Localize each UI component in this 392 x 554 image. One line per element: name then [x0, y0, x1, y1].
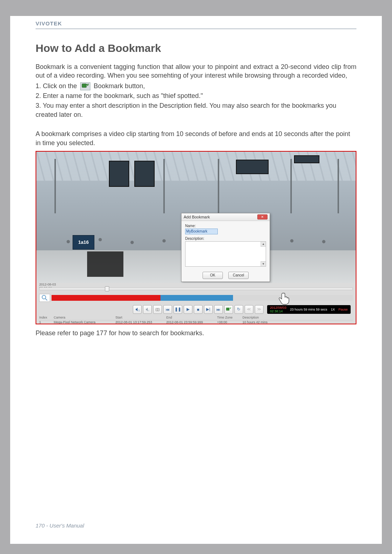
- next-frame-icon[interactable]: ▶|: [204, 305, 213, 314]
- intro-paragraph: Bookmark is a convenient tagging functio…: [36, 62, 356, 80]
- page-header: VIVOTEK: [10, 16, 382, 31]
- footnote: Please refer to page 177 for how to sear…: [36, 329, 356, 337]
- slower-icon[interactable]: ≪: [245, 305, 253, 314]
- volume-1-icon[interactable]: 1: [133, 305, 142, 314]
- pillar-decor: [54, 159, 56, 213]
- page-frame-right: [382, 0, 392, 554]
- svg-line-2: [45, 299, 47, 300]
- th-camera: Camera: [54, 316, 115, 319]
- page-title: How to Add a Bookmark: [36, 42, 356, 54]
- close-button[interactable]: ✕: [257, 214, 268, 219]
- step-1b-text: Bookmark button,: [94, 82, 145, 90]
- td-index: 1: [39, 320, 54, 324]
- play-icon[interactable]: ▶: [184, 305, 192, 314]
- content: How to Add a Bookmark Bookmark is a conv…: [10, 31, 382, 337]
- faster-icon[interactable]: ≫: [255, 305, 264, 314]
- osd-speed: 1X: [331, 308, 335, 311]
- gate-sign-text: 1a16: [78, 239, 89, 245]
- step-1: 1. Click on the Bookmark button,: [36, 82, 356, 91]
- description-input[interactable]: ▲ ▼: [185, 241, 266, 267]
- recording-segment-empty: [233, 295, 353, 301]
- dialog-buttons: OK Cancel: [181, 269, 270, 282]
- svg-text:II: II: [148, 309, 150, 312]
- ok-button[interactable]: OK: [203, 272, 223, 279]
- video-frame: 1a16 Add Bookmark ✕ Name: Description: ▲: [36, 152, 356, 283]
- bookmark-button[interactable]: [224, 305, 233, 314]
- svg-point-1: [42, 295, 46, 299]
- poster-decor: [109, 161, 129, 187]
- svg-text:1: 1: [138, 309, 140, 312]
- after-steps-paragraph: A bookmark comprises a video clip starti…: [36, 130, 356, 147]
- osd-elapsed: 02:38:14: [270, 309, 283, 313]
- name-input[interactable]: [185, 229, 218, 234]
- brand-label: VIVOTEK: [36, 20, 356, 26]
- steps-block: 1. Click on the Bookmark button, 2. Ente…: [36, 82, 356, 120]
- cancel-button[interactable]: Cancel: [228, 272, 249, 279]
- recording-bar: [39, 294, 353, 302]
- td-description: 10 hours 42 mins: [242, 320, 353, 324]
- recording-segment-blue[interactable]: [160, 295, 233, 301]
- dialog-titlebar: Add Bookmark ✕: [181, 213, 270, 221]
- td-start: 2012-08-01 13:17:59.253: [115, 320, 166, 324]
- info-panel-decor: [87, 251, 123, 277]
- th-timezone: Time Zone: [217, 316, 242, 319]
- svg-rect-0: [82, 84, 86, 87]
- recording-segment-red[interactable]: [52, 295, 160, 301]
- dialog-title-text: Add Bookmark: [184, 215, 210, 219]
- scroll-up-icon[interactable]: ▲: [261, 242, 266, 247]
- clip-table: Index Camera Start End Time Zone Descrip…: [39, 316, 353, 324]
- loop-icon[interactable]: ↻: [234, 305, 243, 314]
- name-label: Name:: [185, 224, 266, 228]
- hand-cursor-icon: [278, 291, 292, 305]
- poster-decor: [134, 161, 155, 187]
- stop-icon[interactable]: ■: [194, 305, 203, 314]
- poster-decor: [294, 155, 319, 163]
- volume-all-icon[interactable]: II: [143, 305, 152, 314]
- skip-start-icon[interactable]: ⏮: [163, 305, 172, 314]
- add-bookmark-dialog: Add Bookmark ✕ Name: Description: ▲ ▼ OK: [181, 213, 270, 282]
- th-end: End: [166, 316, 217, 319]
- step-1a-text: 1. Click on the: [36, 82, 77, 90]
- pillar-decor: [163, 159, 165, 213]
- pause-icon[interactable]: ❚❚: [173, 305, 182, 314]
- snapshot-icon[interactable]: [153, 305, 162, 314]
- th-description: Description: [242, 316, 353, 319]
- table-header: Index Camera Start End Time Zone Descrip…: [39, 316, 353, 320]
- th-index: Index: [39, 316, 54, 319]
- th-start: Start: [115, 316, 166, 319]
- osd-state: Pause: [338, 308, 348, 311]
- td-camera: Mega-Pixel Network Camera: [54, 320, 115, 324]
- dialog-body: Name: Description: ▲ ▼: [181, 221, 270, 269]
- osd-duration: 23 hours 59 mins 59 secs: [290, 308, 327, 311]
- page-frame-left: [0, 0, 10, 554]
- poster-decor: [236, 160, 269, 174]
- page-footer: 170 - User's Manual: [10, 522, 382, 529]
- zoom-tool-icon[interactable]: [39, 294, 50, 302]
- osd-date: 2012/08/03: [270, 306, 286, 309]
- timeline-track[interactable]: [39, 287, 353, 290]
- step-3: 3. You may enter a short description in …: [36, 101, 356, 119]
- footer-text: 170 - User's Manual: [36, 522, 84, 529]
- scroll-down-icon[interactable]: ▼: [261, 261, 266, 266]
- page-frame-top: [0, 0, 392, 16]
- svg-rect-7: [226, 308, 229, 311]
- app-screenshot: 1a16 Add Bookmark ✕ Name: Description: ▲: [36, 151, 356, 324]
- skip-end-icon[interactable]: ⏭: [214, 305, 223, 314]
- description-label: Description:: [185, 237, 266, 241]
- playback-controls: 1 II ⏮ ❚❚ ▶ ■ ▶| ⏭ ↻ ≪ ≫: [39, 304, 353, 315]
- pillar-decor: [218, 159, 219, 213]
- header-rule: [36, 29, 356, 29]
- pillar-decor: [290, 159, 292, 213]
- timeline-knob[interactable]: [105, 286, 109, 291]
- step-2: 2. Enter a name for the bookmark, such a…: [36, 91, 356, 100]
- table-row[interactable]: 1 Mega-Pixel Network Camera 2012-08-01 1…: [39, 320, 353, 324]
- osd-panel: 2012/08/0302:38:14 23 hours 59 mins 59 s…: [267, 305, 351, 314]
- page: VIVOTEK How to Add a Bookmark Bookmark i…: [10, 16, 382, 544]
- gate-sign: 1a16: [73, 235, 94, 250]
- pillar-decor: [338, 159, 339, 213]
- td-timezone: +08:00: [217, 320, 242, 324]
- td-end: 2012-08-01 23:59:59.999: [166, 320, 217, 324]
- bookmark-icon: [80, 82, 90, 90]
- page-frame-bottom: [0, 544, 392, 554]
- svg-point-6: [157, 309, 158, 310]
